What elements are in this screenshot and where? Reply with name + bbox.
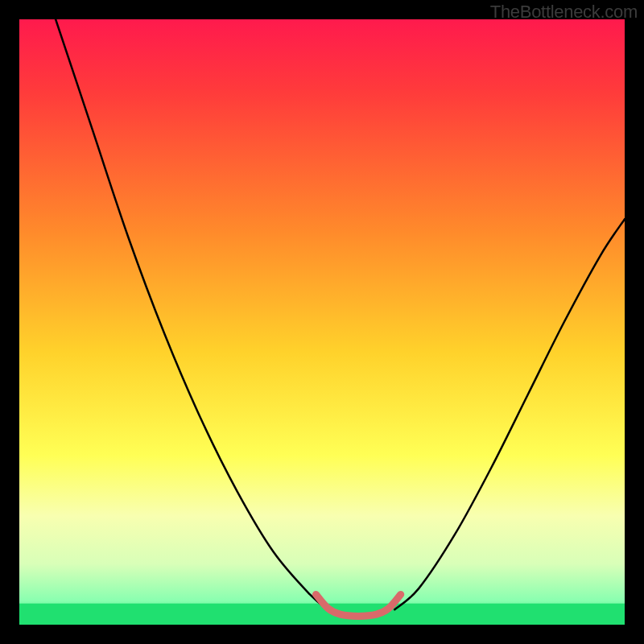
chart-frame: TheBottleneck.com	[0, 0, 644, 644]
watermark-text: TheBottleneck.com	[490, 2, 638, 23]
plot-area	[19, 19, 625, 625]
gradient-background	[19, 19, 625, 625]
chart-svg	[19, 19, 625, 625]
